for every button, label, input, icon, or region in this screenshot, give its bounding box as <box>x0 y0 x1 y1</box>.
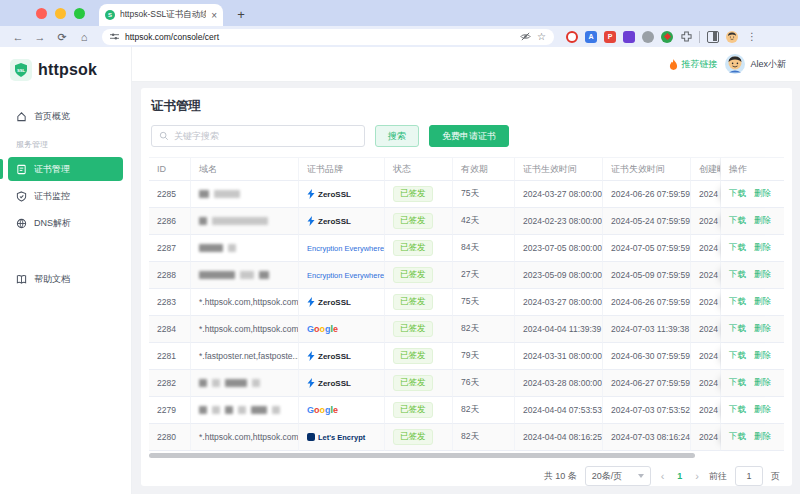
sidebar-item-docs[interactable]: 帮助文档 <box>8 267 123 291</box>
purple-extension-icon[interactable] <box>623 31 635 43</box>
page-size-select[interactable]: 20条/页 <box>585 466 651 486</box>
cell-status: 已签发 <box>385 235 453 262</box>
cell-domain: *.fastposter.net,fastposte... <box>191 343 299 370</box>
redacted-domain-block <box>199 271 235 279</box>
prev-page-button[interactable]: ‹ <box>659 470 667 482</box>
delete-link[interactable]: 删除 <box>754 323 771 335</box>
eye-off-icon[interactable] <box>520 31 531 42</box>
delete-link[interactable]: 删除 <box>754 377 771 389</box>
tab-close-icon[interactable]: × <box>211 10 217 21</box>
pdf-extension-icon[interactable]: P <box>604 31 616 43</box>
home-icon[interactable]: ⌂ <box>74 28 94 46</box>
zerossl-bolt-icon <box>307 351 315 361</box>
scrollbar-thumb[interactable] <box>149 453 695 458</box>
column-header: 证书失效时间 <box>603 157 691 181</box>
sidebar-item-home[interactable]: 首页概览 <box>8 104 123 128</box>
search-input[interactable] <box>174 131 357 141</box>
address-bar[interactable]: httpsok.com/console/cert ☆ <box>102 29 554 45</box>
controls-row: 搜索 免费申请证书 <box>149 125 784 157</box>
puzzle-extensions-icon[interactable] <box>680 31 692 43</box>
minimize-window-button[interactable] <box>55 8 66 19</box>
delete-link[interactable]: 删除 <box>754 188 771 200</box>
next-page-button[interactable]: › <box>693 470 701 482</box>
user-menu[interactable]: Alex小新 <box>725 54 786 74</box>
bookmark-star-icon[interactable]: ☆ <box>537 31 546 42</box>
download-link[interactable]: 下载 <box>729 269 746 281</box>
gray-extension-icon[interactable] <box>642 31 654 43</box>
sidebar-item-shield-monitor[interactable]: 证书监控 <box>8 184 123 208</box>
delete-link[interactable]: 删除 <box>754 404 771 416</box>
flame-icon <box>669 59 678 70</box>
cell-id: 2283 <box>149 289 191 316</box>
forward-icon[interactable]: → <box>30 28 50 46</box>
back-icon[interactable]: ← <box>8 28 28 46</box>
cell-created-clipped: 2024 <box>691 289 721 316</box>
cell-end-time: 2024-06-27 07:59:59 <box>603 370 691 397</box>
browser-profile-avatar[interactable] <box>726 31 738 43</box>
download-link[interactable]: 下载 <box>729 215 746 227</box>
goto-page-input[interactable] <box>735 466 763 486</box>
cell-actions: 下载删除 <box>721 181 784 208</box>
table-row: 2283*.httpsok.com,httpsok.comZeroSSL已签发7… <box>149 289 784 316</box>
browser-toolbar: ← → ⟳ ⌂ httpsok.com/console/cert ☆ A P <box>0 26 800 47</box>
apply-cert-button[interactable]: 免费申请证书 <box>429 125 509 147</box>
delete-link[interactable]: 删除 <box>754 215 771 227</box>
cell-end-time: 2024-07-03 07:53:52 <box>603 397 691 424</box>
browser-menu-icon[interactable]: ⋮ <box>745 31 759 42</box>
new-tab-button[interactable]: + <box>231 4 251 24</box>
reload-icon[interactable]: ⟳ <box>52 28 72 46</box>
site-settings-icon[interactable] <box>110 32 119 41</box>
sidebar-item-label: 帮助文档 <box>34 273 70 286</box>
download-link[interactable]: 下载 <box>729 377 746 389</box>
cell-actions: 下载删除 <box>721 370 784 397</box>
promo-link[interactable]: 推荐链接 <box>669 58 717 71</box>
app-logo[interactable]: SSL httpsok <box>0 47 131 95</box>
download-link[interactable]: 下载 <box>729 431 746 443</box>
download-link[interactable]: 下载 <box>729 242 746 254</box>
browser-tab[interactable]: S httpsok-SSL证书自动续期|长 × <box>99 4 223 26</box>
download-link[interactable]: 下载 <box>729 404 746 416</box>
content-area: 证书管理 搜索 免费申请证书 ID域名证书品牌状态有效期证书生效时间证书失效时间… <box>132 82 800 494</box>
cell-brand: ZeroSSL <box>299 181 385 208</box>
table-row: 2288Encryption Everywhere™已签发27天2023-05-… <box>149 262 784 289</box>
redacted-domain-block <box>225 379 247 387</box>
cell-id: 2281 <box>149 343 191 370</box>
search-button[interactable]: 搜索 <box>375 125 419 147</box>
status-badge: 已签发 <box>393 267 433 283</box>
sidebar-item-dns-globe[interactable]: DNS解析 <box>8 211 123 235</box>
url-text[interactable]: httpsok.com/console/cert <box>125 32 514 42</box>
total-count: 共 10 条 <box>544 470 577 483</box>
horizontal-scrollbar[interactable] <box>149 451 784 460</box>
table-body: 2285ZeroSSL已签发75天2024-03-27 08:00:002024… <box>149 181 784 451</box>
side-panel-icon[interactable] <box>707 31 719 43</box>
delete-link[interactable]: 删除 <box>754 242 771 254</box>
redacted-domain-block <box>252 379 260 387</box>
sidebar-item-label: 首页概览 <box>34 110 70 123</box>
certificate-card: 证书管理 搜索 免费申请证书 ID域名证书品牌状态有效期证书生效时间证书失效时间… <box>141 88 792 486</box>
delete-link[interactable]: 删除 <box>754 296 771 308</box>
translate-extension-icon[interactable]: A <box>585 31 597 43</box>
zerossl-bolt-icon <box>307 216 315 226</box>
opera-extension-icon[interactable] <box>566 31 578 43</box>
cell-start-time: 2023-07-05 08:00:00 <box>515 235 603 262</box>
status-badge: 已签发 <box>393 375 433 391</box>
download-link[interactable]: 下载 <box>729 350 746 362</box>
promo-link-label: 推荐链接 <box>681 58 717 71</box>
delete-link[interactable]: 删除 <box>754 350 771 362</box>
delete-link[interactable]: 删除 <box>754 431 771 443</box>
search-box[interactable] <box>151 125 365 147</box>
column-header: 域名 <box>191 157 299 181</box>
download-link[interactable]: 下载 <box>729 188 746 200</box>
cell-id: 2284 <box>149 316 191 343</box>
close-window-button[interactable] <box>36 8 47 19</box>
current-page[interactable]: 1 <box>674 471 685 481</box>
table-row: 2284*.httpsok.com,httpsok.comGoogle已签发82… <box>149 316 784 343</box>
sidebar-item-certificate[interactable]: 证书管理 <box>8 157 123 181</box>
download-link[interactable]: 下载 <box>729 296 746 308</box>
cell-actions: 下载删除 <box>721 262 784 289</box>
delete-link[interactable]: 删除 <box>754 269 771 281</box>
download-link[interactable]: 下载 <box>729 323 746 335</box>
dart-extension-icon[interactable] <box>661 31 673 43</box>
zoom-window-button[interactable] <box>74 8 85 19</box>
redacted-domain-block <box>212 406 220 414</box>
